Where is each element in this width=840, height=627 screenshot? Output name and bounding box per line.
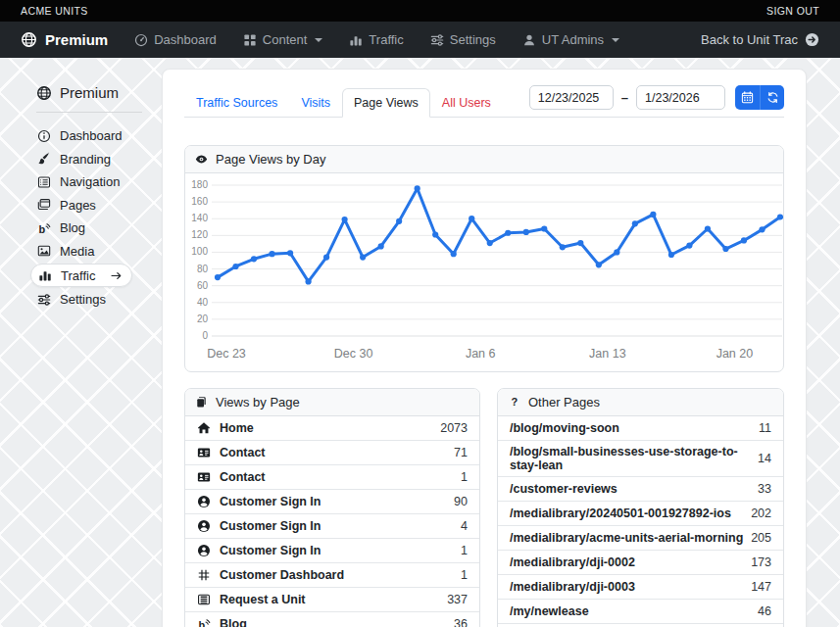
page-views-line-chart: 020406080100120140160180Dec 23Dec 30Jan … [186, 175, 784, 369]
sidebar-item-settings[interactable]: Settings [33, 288, 163, 312]
row-count: 205 [751, 531, 771, 545]
card-list-icon [37, 175, 51, 189]
row-count: 337 [447, 593, 468, 606]
sidebar-item-label: Dashboard [60, 128, 123, 143]
other-pages-title: Other Pages [528, 395, 600, 410]
nav-item-settings[interactable]: Settings [430, 32, 496, 47]
main-navbar: Premium DashboardContentTrafficSettingsU… [0, 22, 840, 58]
person-circle-icon [197, 519, 211, 533]
other-pages-row: /customer-reviews33 [498, 476, 783, 501]
tab-all-users[interactable]: All Users [430, 88, 503, 118]
sidebar-item-pages[interactable]: Pages [33, 194, 163, 217]
tab-page-views[interactable]: Page Views [342, 88, 430, 118]
svg-text:Dec 30: Dec 30 [334, 347, 373, 361]
grid-icon [243, 33, 257, 47]
other-pages-row: /my/newlease46 [498, 599, 783, 623]
refresh-button[interactable] [760, 85, 784, 110]
person-vcard-icon [197, 446, 211, 459]
svg-text:20: 20 [197, 314, 209, 324]
other-pages-row: /blog/4 [498, 623, 783, 627]
tabs-and-daterange-row: Traffic SourcesVisitsPage ViewsAll Users… [184, 85, 784, 118]
other-pages-card: ? Other Pages /blog/moving-soon11/blog/s… [497, 388, 784, 627]
date-start-input[interactable] [529, 85, 614, 110]
date-range-dash: – [620, 90, 629, 105]
nav-item-label: UT Admins [542, 32, 604, 47]
nav-item-ut-admins[interactable]: UT Admins [522, 32, 619, 47]
page-views-by-day-card: Page Views by Day 0204060801001201401601… [184, 145, 784, 372]
sliders-icon [37, 293, 51, 307]
sign-out-link[interactable]: SIGN OUT [766, 5, 819, 17]
views-by-page-row: Contact1 [185, 464, 479, 489]
other-pages-list: /blog/moving-soon11/blog/small-businesse… [498, 416, 783, 627]
row-label: Blog [220, 617, 247, 627]
row-label: Request a Unit [220, 593, 306, 606]
row-count: 2073 [440, 421, 468, 435]
row-label: /blog/small-businesses-use-storage-to-st… [510, 445, 758, 472]
svg-text:180: 180 [191, 179, 208, 190]
arrow-right-icon [110, 269, 123, 282]
grid-3x3-icon [197, 568, 211, 582]
window-stack-icon [37, 198, 51, 212]
row-count: 202 [751, 506, 771, 520]
sidebar-item-branding[interactable]: Branding [33, 148, 163, 171]
row-label: /customer-reviews [510, 482, 618, 496]
sidebar-divider [36, 112, 142, 113]
row-count: 14 [758, 452, 771, 465]
date-end-input[interactable] [636, 85, 725, 110]
blog-icon: b [197, 617, 211, 627]
sidebar-item-traffic[interactable]: Traffic [30, 264, 132, 287]
refresh-icon [766, 91, 779, 104]
sliders-icon [430, 33, 444, 47]
svg-text:0: 0 [202, 330, 208, 341]
views-by-page-row: Customer Sign In90 [185, 489, 479, 513]
arrow-right-circle-icon [805, 32, 819, 47]
svg-text:Jan 6: Jan 6 [466, 347, 496, 361]
sidebar-item-label: Branding [60, 152, 111, 167]
tab-traffic-sources[interactable]: Traffic Sources [184, 88, 289, 118]
row-count: 173 [751, 555, 771, 569]
sidebar-item-blog[interactable]: bBlog [33, 217, 163, 240]
nav-item-traffic[interactable]: Traffic [349, 32, 403, 47]
brush-icon [37, 152, 51, 166]
row-label: /my/newlease [510, 604, 589, 618]
date-range-controls: – [529, 85, 784, 117]
other-pages-row: /medialibrary/dji-0002173 [498, 550, 783, 574]
person-circle-icon [197, 544, 211, 557]
row-label: /medialibrary/dji-0002 [510, 555, 635, 569]
sidebar-item-navigation[interactable]: Navigation [33, 170, 163, 194]
navbar-brand-premium[interactable]: Premium [21, 31, 108, 48]
navbar-brand-label: Premium [45, 31, 108, 48]
views-by-page-row: bBlog36 [185, 611, 479, 627]
nav-item-dashboard[interactable]: Dashboard [134, 32, 217, 47]
unit-icon [197, 593, 211, 606]
sidebar-item-dashboard[interactable]: Dashboard [33, 124, 163, 148]
row-count: 1 [461, 568, 468, 582]
nav-item-label: Settings [450, 32, 496, 47]
tab-visits[interactable]: Visits [289, 88, 342, 118]
row-label: /blog/moving-soon [510, 421, 619, 435]
question-icon: ? [508, 396, 520, 409]
views-by-page-header: Views by Page [185, 389, 479, 416]
row-count: 36 [454, 617, 468, 627]
row-label: Contact [220, 446, 266, 459]
svg-text:80: 80 [197, 264, 209, 274]
sidebar-brand-premium: Premium [33, 84, 163, 101]
back-to-unit-trac-link[interactable]: Back to Unit Trac [701, 32, 819, 47]
sidebar-nav: DashboardBrandingNavigationPagesbBlogMed… [33, 124, 163, 312]
nav-item-content[interactable]: Content [243, 32, 323, 47]
eye-icon [195, 153, 208, 166]
row-count: 147 [751, 580, 771, 594]
svg-text:?: ? [512, 396, 519, 408]
calendar-button[interactable] [735, 85, 760, 110]
nav-item-label: Traffic [369, 32, 403, 47]
chart-card-header: Page Views by Day [185, 146, 783, 173]
sidebar-brand-label: Premium [60, 84, 119, 101]
svg-text:Dec 23: Dec 23 [207, 347, 246, 361]
person-vcard-icon [197, 470, 211, 484]
views-by-page-card: Views by Page Home2073Contact71Contact1C… [184, 388, 480, 627]
site-brand-link[interactable]: ACME UNITS [21, 5, 88, 17]
views-by-page-row: Customer Dashboard1 [185, 562, 479, 587]
svg-text:b: b [39, 222, 46, 234]
sidebar-item-media[interactable]: Media [33, 240, 163, 264]
row-label: Contact [220, 470, 266, 484]
